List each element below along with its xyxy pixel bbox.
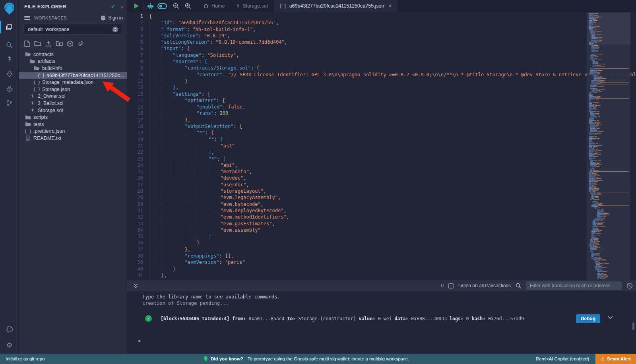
remix-logo-icon[interactable] [2, 2, 17, 16]
link-icon[interactable] [78, 41, 84, 47]
line-number[interactable]: 25 [127, 168, 149, 175]
tree-item-build-info[interactable]: build-info [19, 65, 127, 72]
line-number[interactable]: 36 [127, 240, 149, 246]
line-number[interactable]: 33 [127, 221, 149, 227]
line-number[interactable]: 32 [127, 214, 149, 220]
line-number[interactable]: 41 [127, 272, 149, 279]
line-number[interactable]: 11 [127, 78, 149, 84]
minimap[interactable] [587, 12, 630, 280]
code-line-20[interactable]: 20 "": [ [127, 136, 636, 143]
tree-item-artifacts[interactable]: artifacts [19, 58, 127, 65]
code-line-1[interactable]: 1{ [127, 13, 636, 19]
code-line-2[interactable]: 2 "id": "a69b43f277ba20fcac141151250ca75… [127, 19, 636, 26]
code-line-10[interactable]: 10 "content": "// SPDX-License-Identifie… [127, 72, 636, 78]
line-number[interactable]: 23 [127, 156, 149, 162]
tree-item-readme-txt[interactable]: README.txt [19, 135, 127, 142]
tab-close-icon[interactable]: × [389, 3, 392, 9]
tree-item-a69b43f277ba20fcac141151250ca7[interactable]: { }a69b43f277ba20fcac141151250ca7... [19, 72, 127, 79]
tx-expand-chevron-icon[interactable] [608, 316, 613, 319]
line-number[interactable]: 30 [127, 201, 149, 207]
code-line-26[interactable]: 26 "devdoc", [127, 175, 636, 181]
code-line-34[interactable]: 34 "evm.assembly" [127, 227, 636, 233]
code-line-14[interactable]: 14 "optimizer": { [127, 97, 636, 104]
tab-home[interactable]: Home [198, 0, 231, 12]
line-number[interactable]: 4 [127, 33, 149, 39]
line-number[interactable]: 14 [127, 97, 149, 104]
code-line-16[interactable]: 16 "runs": 200 [127, 110, 636, 116]
line-number[interactable]: 20 [127, 136, 149, 143]
line-number[interactable]: 15 [127, 104, 149, 110]
clear-filter-ban-icon[interactable] [626, 283, 633, 289]
line-number[interactable]: 37 [127, 246, 149, 253]
line-number[interactable]: 24 [127, 162, 149, 168]
code-line-36[interactable]: 36 } [127, 240, 636, 246]
code-line-15[interactable]: 15 "enabled": false, [127, 104, 636, 110]
tab-storage-sol[interactable]: Storage.sol [231, 0, 273, 12]
code-line-25[interactable]: 25 "metadata", [127, 168, 636, 175]
code-line-40[interactable]: 40 } [127, 266, 636, 272]
line-number[interactable]: 2 [127, 19, 149, 26]
code-line-5[interactable]: 5 "solcLongVersion": "0.8.19+commit.7dd6… [127, 39, 636, 45]
settings-gear-icon[interactable]: ⚙ [0, 339, 19, 351]
code-line-38[interactable]: 38 "remappings": [], [127, 253, 636, 259]
tab-a69b43f277ba20fcac141151250ca755-json[interactable]: { }a69b43f277ba20fcac141151250ca755.json… [274, 0, 398, 12]
line-number[interactable]: 13 [127, 91, 149, 97]
ai-copilot-robot-icon[interactable] [144, 0, 156, 12]
file-explorer-icon[interactable] [0, 21, 19, 33]
remixai-copilot-status[interactable]: RemixAI Copilot (enabled) [536, 356, 589, 361]
init-git-repo-button[interactable]: Initialize as git repo [6, 354, 45, 364]
code-line-6[interactable]: 6 "input": { [127, 45, 636, 52]
code-line-7[interactable]: 7 "language": "Solidity", [127, 52, 636, 58]
zoom-out-icon[interactable] [170, 0, 182, 12]
code-line-35[interactable]: 35 ] [127, 233, 636, 240]
transaction-filter-input[interactable] [526, 281, 622, 290]
line-number[interactable]: 7 [127, 52, 149, 58]
tree-item-3-ballot-sol[interactable]: 3_Ballot.sol [19, 100, 127, 107]
chevron-right-icon[interactable]: › [121, 3, 123, 10]
code-line-29[interactable]: 29 "evm.legacyAssembly", [127, 194, 636, 201]
line-number[interactable]: 27 [127, 182, 149, 188]
transaction-log-row[interactable]: ✓ [block:5583405 txIndex:4] from: 0xa03.… [145, 315, 568, 322]
code-editor[interactable]: 1{2 "id": "a69b43f277ba20fcac141151250ca… [127, 12, 636, 280]
code-line-32[interactable]: 32 "evm.methodIdentifiers", [127, 214, 636, 220]
line-number[interactable]: 3 [127, 26, 149, 33]
line-number[interactable]: 39 [127, 259, 149, 265]
scam-alert-badge[interactable]: ⚠ Scam Alert [595, 354, 636, 364]
terminal[interactable]: Type the library name to see available c… [127, 291, 636, 354]
line-number[interactable]: 35 [127, 233, 149, 240]
code-line-30[interactable]: 30 "evm.bytecode", [127, 201, 636, 207]
terminal-collapse-icon[interactable] [134, 283, 138, 288]
line-number[interactable]: 34 [127, 227, 149, 233]
new-folder-icon[interactable] [34, 41, 41, 47]
listen-all-transactions-checkbox[interactable] [448, 283, 454, 288]
search-icon[interactable] [0, 39, 19, 51]
tree-item-contracts[interactable]: contracts [19, 51, 127, 58]
copilot-toggle[interactable] [156, 0, 168, 12]
github-sign-in-button[interactable]: Sign in [100, 15, 123, 21]
code-line-27[interactable]: 27 "userdoc", [127, 182, 636, 188]
line-number[interactable]: 6 [127, 45, 149, 52]
code-line-8[interactable]: 8 "sources": { [127, 58, 636, 65]
tree-item-storage-sol[interactable]: Storage.sol [19, 107, 127, 114]
line-number[interactable]: 26 [127, 175, 149, 181]
line-number[interactable]: 21 [127, 143, 149, 149]
code-line-21[interactable]: 21 "ast" [127, 143, 636, 149]
code-line-39[interactable]: 39 "evmVersion": "paris" [127, 259, 636, 265]
line-number[interactable]: 28 [127, 188, 149, 194]
git-branch-icon[interactable] [0, 97, 19, 109]
code-line-28[interactable]: 28 "storageLayout", [127, 188, 636, 194]
line-number[interactable]: 29 [127, 194, 149, 201]
debug-button[interactable]: Debug [576, 314, 600, 323]
line-number[interactable]: 9 [127, 65, 149, 71]
run-script-play-icon[interactable] [130, 0, 142, 12]
line-number[interactable]: 12 [127, 84, 149, 91]
code-line-3[interactable]: 3 "_format": "hh-sol-build-info-1", [127, 26, 636, 33]
line-number[interactable]: 40 [127, 266, 149, 272]
code-line-31[interactable]: 31 "evm.deployedBytecode", [127, 207, 636, 214]
line-number[interactable]: 1 [127, 13, 149, 19]
line-number[interactable]: 17 [127, 117, 149, 123]
workspaces-menu-icon[interactable] [24, 15, 30, 21]
tree-item-prettierrc-json[interactable]: { }.prettierrc.json [19, 128, 127, 135]
tree-item-storage-metadata-json[interactable]: { }Storage_metadata.json [19, 79, 127, 86]
code-line-23[interactable]: 23 "*": [ [127, 156, 636, 162]
